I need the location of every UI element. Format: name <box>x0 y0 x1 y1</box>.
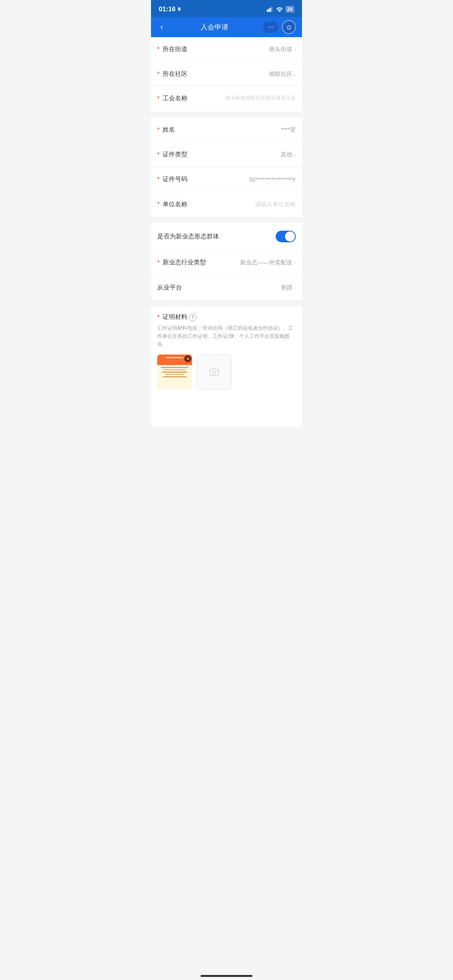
battery-icon: 24 <box>285 6 294 13</box>
location-icon <box>177 7 182 12</box>
svg-point-5 <box>213 371 216 374</box>
form-section-location: * 所在街道 南头街道 › * 所在社区 南联社区 › * 工会名称 南头街道南… <box>151 37 302 111</box>
chevron-icon: › <box>294 152 296 158</box>
proof-title: * 证明材料 ? <box>157 313 197 321</box>
chevron-icon: › <box>294 71 296 77</box>
signal-icon <box>267 7 274 12</box>
unit-value: 请输入单位名称 <box>255 201 296 208</box>
section-divider-3 <box>151 303 302 306</box>
name-row[interactable]: * 姓名 ****室 <box>151 118 302 142</box>
nav-actions: ··· ⊙ <box>263 20 296 34</box>
status-bar: 01:16 24 <box>151 0 302 17</box>
id-number-value: 92****************Y <box>249 176 296 183</box>
svg-rect-2 <box>269 8 271 12</box>
name-label: * 姓名 <box>157 126 175 134</box>
toggle-thumb <box>285 231 295 242</box>
id-type-label: * 证件类型 <box>157 151 187 159</box>
wifi-icon <box>276 7 283 12</box>
add-image-button[interactable] <box>197 355 232 389</box>
platform-value: 美团 › <box>281 284 296 291</box>
community-row[interactable]: * 所在社区 南联社区 › <box>151 62 302 87</box>
section-divider-2 <box>151 220 302 223</box>
image-upload-area: ✕ <box>157 355 296 389</box>
unit-label: * 单位名称 <box>157 200 187 209</box>
id-number-row[interactable]: * 证件号码 92****************Y <box>151 167 302 192</box>
chevron-icon: › <box>294 260 296 266</box>
community-label: * 所在社区 <box>157 70 187 78</box>
help-icon[interactable]: ? <box>189 314 197 321</box>
bottom-spacer <box>151 396 302 427</box>
form-section-new-industry: 是否为新业态形态群体 * 新业态行业类型 新业态——外卖配送 › 从业平台 美团… <box>151 223 302 300</box>
platform-label: 从业平台 <box>157 284 182 292</box>
new-industry-toggle-row: 是否为新业态形态群体 <box>151 223 302 250</box>
proof-header: * 证明材料 ? <box>157 313 296 321</box>
street-value: 南头街道 › <box>269 46 296 53</box>
uploaded-image-1[interactable]: ✕ <box>157 355 192 389</box>
community-value: 南联社区 › <box>269 70 296 78</box>
form-section-personal: * 姓名 ****室 * 证件类型 其他 › * 证件号码 92********… <box>151 118 302 217</box>
record-button[interactable]: ⊙ <box>282 20 296 34</box>
status-icons: 24 <box>267 6 294 13</box>
name-value: ****室 <box>281 126 296 134</box>
chevron-icon: › <box>294 284 296 291</box>
svg-rect-0 <box>267 10 268 12</box>
street-label: * 所在街道 <box>157 45 187 53</box>
camera-icon <box>209 367 220 377</box>
new-industry-toggle[interactable] <box>276 231 296 242</box>
id-type-row[interactable]: * 证件类型 其他 › <box>151 142 302 167</box>
union-label: * 工会名称 <box>157 94 188 103</box>
section-divider-1 <box>151 115 302 118</box>
platform-row[interactable]: 从业平台 美团 › <box>151 275 302 300</box>
union-row: * 工会名称 南头街道南联社区联合基层工会 <box>151 87 302 111</box>
union-value: 南头街道南联社区联合基层工会 <box>225 94 296 101</box>
svg-point-4 <box>279 12 280 12</box>
id-type-value: 其他 › <box>281 151 296 158</box>
more-button[interactable]: ··· <box>263 21 279 33</box>
nav-bar: ‹ 入会申请 ··· ⊙ <box>151 17 302 37</box>
proof-description: 工作证明材料包括：劳动合同（用工协议或者合作协议）、工作单位开具的工作证明、工作… <box>157 324 296 348</box>
back-button[interactable]: ‹ <box>157 21 166 34</box>
chevron-icon: › <box>294 46 296 53</box>
svg-rect-1 <box>268 9 269 12</box>
svg-rect-3 <box>271 7 272 12</box>
proof-section: * 证明材料 ? 工作证明材料包括：劳动合同（用工协议或者合作协议）、工作单位开… <box>151 306 302 396</box>
status-time: 01:16 <box>159 5 182 13</box>
street-row[interactable]: * 所在街道 南头街道 › <box>151 37 302 62</box>
id-number-label: * 证件号码 <box>157 175 187 183</box>
new-industry-type-value: 新业态——外卖配送 › <box>240 259 296 266</box>
new-industry-type-label: * 新业态行业类型 <box>157 259 206 267</box>
page-title: 入会申请 <box>166 22 263 32</box>
new-industry-type-row[interactable]: * 新业态行业类型 新业态——外卖配送 › <box>151 250 302 275</box>
toggle-label: 是否为新业态形态群体 <box>157 233 219 241</box>
unit-name-row[interactable]: * 单位名称 请输入单位名称 <box>151 192 302 217</box>
